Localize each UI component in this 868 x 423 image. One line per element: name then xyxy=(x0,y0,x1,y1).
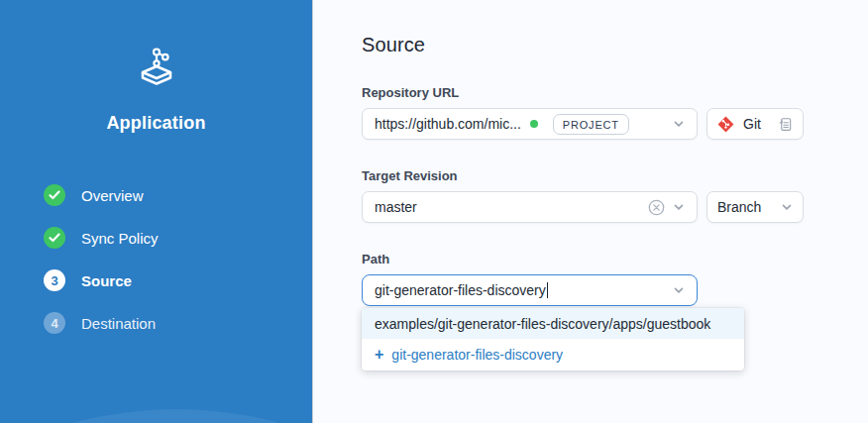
target-revision-value: master xyxy=(375,199,417,215)
repository-url-label: Repository URL xyxy=(362,85,868,100)
chevron-down-icon[interactable] xyxy=(673,284,685,296)
step-source[interactable]: 3 Source xyxy=(44,269,312,291)
chevron-down-icon[interactable] xyxy=(673,118,685,130)
wizard-sidebar: Application Overview Sync Policy 3 Sourc… xyxy=(0,0,312,423)
text-cursor xyxy=(547,282,549,298)
decorative-circle xyxy=(0,409,312,423)
suggestion-item[interactable]: examples/git-generator-files-discovery/a… xyxy=(362,308,744,339)
path-input[interactable]: git-generator-files-discovery xyxy=(362,274,698,306)
path-label: Path xyxy=(362,252,868,266)
wizard-steps: Overview Sync Policy 3 Source 4 Destinat… xyxy=(0,184,312,334)
chevron-down-icon[interactable] xyxy=(673,201,685,213)
create-path-label: git-generator-files-discovery xyxy=(391,347,563,363)
step-number-badge: 3 xyxy=(44,269,65,291)
repository-url-input[interactable]: https://github.com/mic... PROJECT xyxy=(362,108,698,140)
create-path-item[interactable]: + git-generator-files-discovery xyxy=(362,339,744,370)
git-icon xyxy=(717,116,734,133)
path-suggestions-dropdown: examples/git-generator-files-discovery/a… xyxy=(362,308,744,370)
options-list-icon xyxy=(778,117,793,132)
step-sync-policy[interactable]: Sync Policy xyxy=(44,227,312,249)
target-revision-label: Target Revision xyxy=(362,168,868,183)
sidebar-title: Application xyxy=(0,113,312,134)
step-destination[interactable]: 4 Destination xyxy=(44,312,312,334)
connection-status-dot xyxy=(530,120,538,128)
revision-type-value: Branch xyxy=(717,199,761,215)
step-overview[interactable]: Overview xyxy=(44,184,312,206)
step-label: Destination xyxy=(81,315,156,332)
path-value: git-generator-files-discovery xyxy=(375,282,546,298)
repository-url-field: Repository URL https://github.com/mic...… xyxy=(362,85,868,140)
plus-icon: + xyxy=(375,347,383,363)
revision-type-select[interactable]: Branch xyxy=(706,191,804,223)
check-icon xyxy=(44,227,65,249)
application-wizard: Application Overview Sync Policy 3 Sourc… xyxy=(0,0,868,423)
check-icon xyxy=(44,184,65,206)
step-label: Sync Policy xyxy=(81,230,159,247)
step-label: Source xyxy=(81,272,132,289)
chevron-down-icon xyxy=(781,201,793,213)
step-number-badge: 4 xyxy=(44,312,65,334)
repo-type-select[interactable]: Git xyxy=(706,108,804,140)
repository-url-value: https://github.com/mic... xyxy=(375,116,521,132)
source-form-panel: Source Repository URL https://github.com… xyxy=(312,0,868,423)
target-revision-field: Target Revision master xyxy=(362,168,868,223)
suggestion-label: examples/git-generator-files-discovery/a… xyxy=(375,316,710,332)
path-field: Path git-generator-files-discovery examp… xyxy=(362,252,868,306)
repo-type-value: Git xyxy=(743,116,761,132)
target-revision-input[interactable]: master xyxy=(362,191,698,223)
application-box-icon xyxy=(132,44,181,89)
step-label: Overview xyxy=(81,187,144,204)
sidebar-header: Application xyxy=(0,44,312,134)
clear-icon[interactable] xyxy=(648,199,665,216)
page-title: Source xyxy=(362,34,868,56)
project-badge: PROJECT xyxy=(553,114,629,135)
